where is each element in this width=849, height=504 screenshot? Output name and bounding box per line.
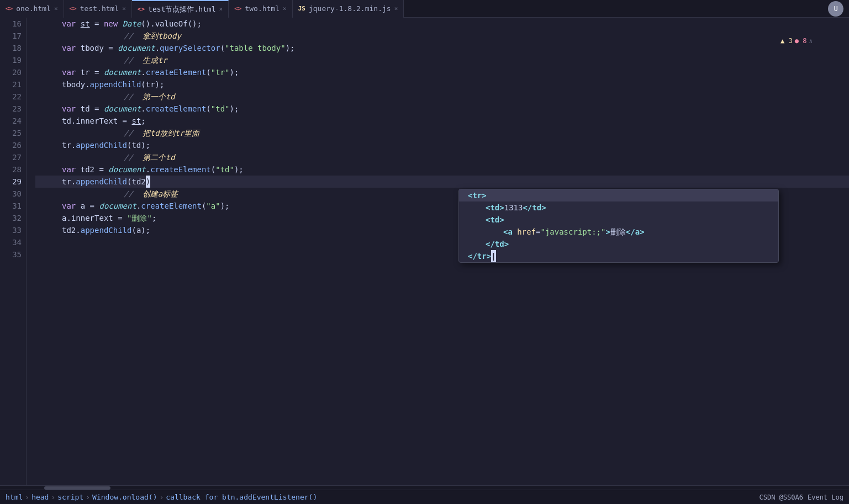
warn-count: ▲ 3 xyxy=(781,37,793,45)
code-line-22: // 第一个td xyxy=(35,91,849,103)
ac-line-3[interactable]: <td> xyxy=(459,214,778,226)
ac-line-2[interactable]: <td> 1313 </td> xyxy=(459,201,778,214)
js-icon: JS xyxy=(298,5,305,12)
ac-line-6[interactable]: </tr>| xyxy=(459,250,778,262)
user-avatar[interactable]: U xyxy=(828,1,843,17)
tab-test-node[interactable]: <> test节点操作.html × xyxy=(132,0,229,18)
ac-line-4[interactable]: <a href = "javascript:;" > 删除 </a> xyxy=(459,226,778,238)
ln-17: 17 xyxy=(4,30,22,42)
sep-2: › xyxy=(51,493,55,501)
code-line-26: tr . appendChild (td); xyxy=(35,139,849,151)
ln-30: 30 xyxy=(4,188,22,200)
tab-two[interactable]: <> two.html × xyxy=(229,0,293,18)
ln-28: 28 xyxy=(4,163,22,176)
alert-chevron-icon[interactable]: ∧ xyxy=(809,38,813,45)
html-icon: <> xyxy=(6,5,13,12)
ln-18: 18 xyxy=(4,42,22,54)
event-log-label: Event Log xyxy=(808,494,843,501)
ln-34: 34 xyxy=(4,236,22,248)
tab-test-label: test.html xyxy=(80,4,119,13)
top-right-area: U xyxy=(828,1,843,17)
ln-33: 33 xyxy=(4,224,22,236)
autocomplete-popup[interactable]: <tr> <td> 1313 </td> <td> <a href = "jav… xyxy=(458,189,779,263)
ln-22: 22 xyxy=(4,91,22,103)
status-right: CSDN @SS0A6 Event Log xyxy=(759,494,843,501)
code-line-29: tr . appendChild ( td2 ) xyxy=(35,176,849,188)
tab-one[interactable]: <> one.html × xyxy=(0,0,64,18)
code-line-23: var td = document . createElement ( "td"… xyxy=(35,103,849,115)
editor-container: 16 17 18 19 20 21 22 23 24 25 26 27 28 2… xyxy=(0,18,849,504)
alert-area: ▲ 3 ● 8 ∧ xyxy=(777,36,816,46)
line-numbers: 16 17 18 19 20 21 22 23 24 25 26 27 28 2… xyxy=(0,18,27,485)
ln-32: 32 xyxy=(4,212,22,224)
code-line-24: td . innerText = st ; xyxy=(35,115,849,127)
ac-line-1[interactable]: <tr> xyxy=(459,189,778,201)
tab-test-close[interactable]: × xyxy=(122,5,126,12)
code-line-27: // 第二个td xyxy=(35,151,849,163)
csdn-label: CSDN @SS0A6 xyxy=(759,494,803,501)
ln-29: 29 xyxy=(4,176,22,188)
tab-two-close[interactable]: × xyxy=(283,5,287,12)
code-line-20: var tr = document . createElement ( "tr"… xyxy=(35,66,849,78)
breadcrumb-window-onload[interactable]: Window.onload() xyxy=(92,493,157,501)
sep-3: › xyxy=(86,493,90,501)
ln-19: 19 xyxy=(4,54,22,66)
html-icon: <> xyxy=(234,5,241,12)
breadcrumb: html › head › script › Window.onload() ›… xyxy=(6,493,317,501)
breadcrumb-script[interactable]: script xyxy=(57,493,83,501)
ln-21: 21 xyxy=(4,78,22,91)
code-line-16: var st = new Date ().valueOf(); xyxy=(35,18,849,30)
code-line-25: // 把td放到tr里面 xyxy=(35,127,849,139)
html-icon: <> xyxy=(70,5,77,12)
tab-one-label: one.html xyxy=(16,4,51,13)
breadcrumb-html[interactable]: html xyxy=(6,493,23,501)
tab-two-label: two.html xyxy=(245,4,280,13)
sep-1: › xyxy=(25,493,29,501)
tab-jquery-close[interactable]: × xyxy=(394,5,398,12)
editor-main: 16 17 18 19 20 21 22 23 24 25 26 27 28 2… xyxy=(0,18,849,485)
ln-16: 16 xyxy=(4,18,22,30)
tab-test-node-label: test节点操作.html xyxy=(148,4,215,14)
tab-jquery-label: jquery-1.8.2.min.js xyxy=(309,4,391,13)
code-line-21: tbody . appendChild (tr); xyxy=(35,78,849,91)
tab-test[interactable]: <> test.html × xyxy=(64,0,132,18)
status-bar: html › head › script › Window.onload() ›… xyxy=(0,490,849,504)
code-line-28: var td2 = document . createElement ( "td… xyxy=(35,163,849,176)
ln-24: 24 xyxy=(4,115,22,127)
ac-line-5[interactable]: </td> xyxy=(459,238,778,250)
tab-one-close[interactable]: × xyxy=(54,5,58,12)
ln-31: 31 xyxy=(4,200,22,212)
tab-test-node-close[interactable]: × xyxy=(219,6,223,13)
html-icon: <> xyxy=(138,6,145,13)
code-line-17: // 拿到tbody xyxy=(35,30,849,42)
breadcrumb-callback[interactable]: callback for btn.addEventListener() xyxy=(166,493,317,501)
ln-35: 35 xyxy=(4,248,22,261)
tab-jquery[interactable]: JS jquery-1.8.2.min.js × xyxy=(293,0,404,18)
err-count: ● 8 xyxy=(795,37,807,45)
ln-26: 26 xyxy=(4,139,22,151)
ln-25: 25 xyxy=(4,127,22,139)
tab-bar: <> one.html × <> test.html × <> test节点操作… xyxy=(0,0,849,18)
ln-27: 27 xyxy=(4,151,22,163)
code-line-18: var tbody = document . querySelector ( "… xyxy=(35,42,849,54)
breadcrumb-head[interactable]: head xyxy=(31,493,49,501)
scrollbar-horizontal[interactable] xyxy=(0,485,849,490)
code-line-19: // 生成tr xyxy=(35,54,849,66)
ln-20: 20 xyxy=(4,66,22,78)
ln-23: 23 xyxy=(4,103,22,115)
sep-4: › xyxy=(159,493,164,501)
